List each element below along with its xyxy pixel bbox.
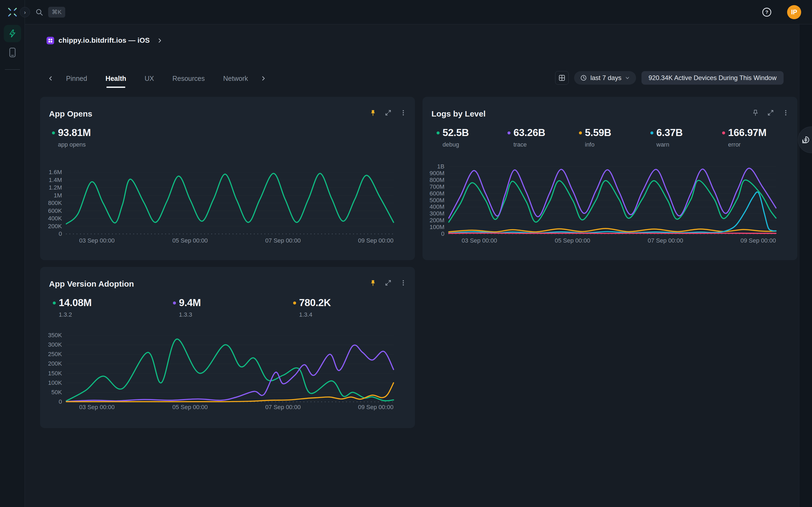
legend-stat-app-opens[interactable]: 93.81Mapp opens	[52, 126, 91, 148]
stat-label: warn	[656, 141, 682, 148]
card-title: App Version Adoption	[49, 279, 134, 288]
legend-stat-1-3-3[interactable]: 9.4M1.3.3	[173, 297, 201, 318]
stat-label: trace	[513, 141, 545, 148]
time-range-selector[interactable]: last 7 days	[574, 71, 636, 84]
app-name[interactable]: chippy.io.bitdrift.ios — iOS	[58, 36, 150, 45]
y-axis-tick-label: 1.4M	[49, 177, 62, 183]
topbar: ⌘K ? IP	[25, 0, 812, 24]
layout-grid-button[interactable]	[555, 71, 569, 84]
more-options-button[interactable]	[399, 108, 408, 117]
dashboard-page: { "topbar": { "search_shortcut": "⌘K", "…	[0, 0, 812, 507]
dashboard-tabs: Pinned Health UX Resources Network	[44, 71, 269, 86]
expand-button[interactable]	[384, 108, 393, 117]
x-axis-tick-label: 07 Sep 00:00	[265, 404, 301, 410]
y-axis-tick-label: 150K	[48, 370, 62, 377]
chevron-right-icon[interactable]	[157, 38, 163, 44]
tab-pinned[interactable]: Pinned	[57, 71, 96, 86]
active-devices-label: 920.34K Active Devices During This Windo…	[649, 74, 776, 82]
tab-health[interactable]: Health	[96, 71, 135, 86]
pin-button[interactable]	[751, 108, 760, 117]
series-color-dot	[579, 131, 582, 134]
x-axis-tick-label: 03 Sep 00:00	[462, 237, 497, 244]
x-axis-tick-label: 09 Sep 00:00	[358, 404, 394, 410]
active-devices-badge[interactable]: 920.34K Active Devices During This Windo…	[642, 71, 783, 84]
card-title: App Opens	[49, 109, 92, 118]
series-line-error	[449, 233, 776, 233]
help-icon[interactable]: ?	[762, 7, 772, 17]
series-line-app-opens	[66, 173, 394, 224]
card-actions	[368, 278, 408, 287]
legend-stat-warn[interactable]: 6.37Bwarn	[650, 126, 682, 148]
stat-label: info	[585, 141, 611, 148]
more-options-button[interactable]	[399, 278, 408, 287]
tabs-scroll-left[interactable]	[44, 72, 57, 84]
y-axis-tick-label: 800M	[429, 177, 445, 183]
pin-icon	[369, 109, 376, 116]
pin-button[interactable]	[368, 108, 377, 117]
y-axis-tick-label: 1M	[54, 192, 62, 199]
clock-icon	[580, 74, 587, 81]
legend-stat-1-3-2[interactable]: 14.08M1.3.2	[53, 297, 92, 318]
stat-value: 166.97M	[728, 127, 766, 138]
logs-by-level-line-chart[interactable]: 0100M200M300M400M500M600M700M800M900M1B0…	[422, 159, 797, 248]
app-opens-line-chart[interactable]: 0200K400K600K800K1M1.2M1.4M1.6M03 Sep 00…	[40, 159, 415, 248]
search-icon	[35, 8, 43, 16]
series-color-dot	[437, 131, 440, 134]
more-options-button[interactable]	[781, 108, 790, 117]
y-axis-tick-label: 350K	[48, 332, 62, 339]
tabs-scroll-right[interactable]	[257, 72, 269, 84]
legend-stat-1-3-4[interactable]: 780.2K1.3.4	[293, 297, 331, 318]
sidebar-item-performance[interactable]	[4, 25, 21, 42]
stat-label: debug	[443, 141, 469, 148]
stat-label: app opens	[58, 141, 91, 148]
legend-stat-error[interactable]: 166.97Merror	[722, 126, 766, 148]
tab-ux[interactable]: UX	[135, 71, 163, 86]
tab-network[interactable]: Network	[214, 71, 257, 86]
y-axis-tick-label: 1.6M	[49, 169, 62, 175]
sidebar-divider	[5, 69, 20, 70]
expand-icon	[767, 109, 774, 116]
sidebar	[0, 0, 25, 507]
stats-row: 93.81Mapp opens	[40, 126, 415, 156]
sidebar-item-devices[interactable]	[4, 44, 21, 61]
global-search[interactable]: ⌘K	[35, 0, 65, 24]
stat-value: 6.37B	[656, 127, 682, 138]
expand-button[interactable]	[766, 108, 775, 117]
breadcrumb: chippy.io.bitdrift.ios — iOS	[47, 36, 163, 45]
stat-value: 9.4M	[179, 297, 201, 308]
x-axis-tick-label: 03 Sep 00:00	[79, 404, 115, 410]
pin-button[interactable]	[368, 278, 377, 287]
series-color-dot	[293, 301, 296, 304]
legend-stat-trace[interactable]: 63.26Btrace	[507, 126, 545, 148]
app-icon	[47, 37, 54, 44]
stat-value: 5.59B	[585, 127, 611, 138]
legend-stat-info[interactable]: 5.59Binfo	[579, 126, 611, 148]
legend-stat-debug[interactable]: 52.5Bdebug	[437, 126, 469, 148]
x-axis-tick-label: 05 Sep 00:00	[172, 237, 208, 244]
expand-button[interactable]	[384, 278, 393, 287]
kebab-menu-icon	[400, 109, 407, 116]
stat-value: 780.2K	[299, 297, 331, 308]
bitdrift-logo-icon[interactable]	[6, 6, 19, 19]
card-actions	[368, 108, 408, 117]
app-version-adoption-line-chart[interactable]: 050K100K150K200K250K300K350K03 Sep 00:00…	[40, 329, 415, 418]
y-axis-tick-label: 250K	[48, 351, 62, 357]
stats-row: 14.08M1.3.29.4M1.3.3780.2K1.3.4	[40, 297, 415, 326]
y-axis-tick-label: 700M	[429, 183, 445, 190]
chat-bubble-icon	[802, 135, 810, 144]
y-axis-tick-label: 50K	[51, 389, 62, 396]
series-color-dot	[650, 131, 653, 134]
y-axis-tick-label: 300M	[429, 210, 445, 217]
x-axis-tick-label: 05 Sep 00:00	[172, 404, 208, 410]
tab-resources[interactable]: Resources	[163, 71, 214, 86]
chevron-down-icon	[625, 75, 630, 80]
y-axis-tick-label: 0	[441, 230, 445, 237]
avatar[interactable]: IP	[787, 5, 801, 19]
series-color-dot	[53, 301, 56, 304]
series-color-dot	[52, 131, 55, 134]
stat-value: 14.08M	[59, 297, 92, 308]
y-axis-tick-label: 600K	[48, 208, 62, 214]
dashboard-controls: last 7 days 920.34K Active Devices Durin…	[555, 71, 783, 84]
y-axis-tick-label: 200M	[429, 217, 445, 224]
sidebar-expand-button[interactable]: ›	[20, 7, 30, 17]
